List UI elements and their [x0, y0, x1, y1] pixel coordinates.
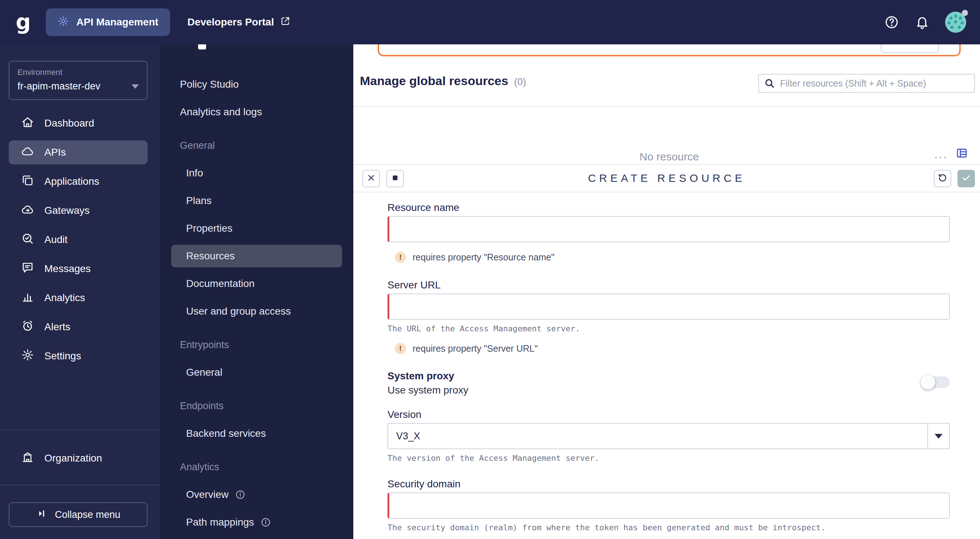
check-icon — [961, 173, 971, 184]
submenu-section-entrypoints: Entrypoints — [160, 331, 353, 359]
submenu-item-label: Analytics and logs — [180, 106, 262, 118]
sidebar-item-apis[interactable]: APIs — [0, 138, 160, 167]
error-text: requires property "Resource name" — [412, 252, 554, 263]
submenu-item-path-mappings[interactable]: Path mappings — [160, 509, 353, 536]
applications-icon — [21, 174, 34, 190]
security-domain-label: Security domain — [388, 478, 950, 490]
chevron-down-icon — [935, 434, 943, 439]
confirm-button[interactable] — [958, 170, 975, 187]
empty-state-text: No resource — [378, 151, 961, 163]
sidebar-item-label: Messages — [45, 263, 91, 274]
help-icon[interactable] — [884, 14, 899, 30]
submenu-item-label: Info — [186, 167, 203, 179]
submenu-item-label: Path mappings — [186, 517, 254, 528]
clipped-content-fragment — [198, 45, 206, 49]
create-resource-form: Resource name ! requires property "Resou… — [388, 192, 950, 532]
primary-nav: Dashboard APIs Applications Gateways Aud… — [0, 109, 160, 371]
sidebar-item-label: Analytics — [45, 292, 85, 304]
server-url-input[interactable] — [388, 293, 950, 320]
submenu-item-properties[interactable]: Properties — [160, 215, 353, 242]
version-select[interactable]: V3_X — [388, 423, 950, 449]
audit-search-icon — [21, 232, 34, 248]
submenu-item-label: Backend services — [186, 428, 266, 439]
security-domain-input[interactable] — [388, 493, 950, 518]
developers-portal-label: Developers Portal — [188, 16, 274, 28]
notifications-bell-icon[interactable] — [915, 14, 930, 30]
create-resource-header: CREATE RESOURCE — [353, 165, 980, 192]
cloud-icon — [21, 145, 34, 160]
sidebar-item-audit[interactable]: Audit — [0, 225, 160, 254]
sidebar-item-label: Gateways — [45, 205, 90, 217]
environment-selector[interactable]: Environment fr-apim-master-dev — [9, 61, 148, 100]
submenu-item-user-and-group-access[interactable]: User and group access — [160, 298, 353, 325]
clipped-button-fragment[interactable] — [881, 45, 939, 53]
gear-icon — [57, 15, 69, 29]
submenu-section-general: General — [160, 132, 353, 159]
sidebar-item-messages[interactable]: Messages — [0, 254, 160, 283]
sidebar-item-applications[interactable]: Applications — [0, 167, 160, 196]
submenu-section-endpoints: Endpoints — [160, 392, 353, 420]
resource-count: (0) — [514, 77, 526, 88]
sidebar-item-analytics[interactable]: Analytics — [0, 283, 160, 313]
reset-button[interactable] — [934, 170, 951, 187]
toggle-knob — [921, 375, 935, 389]
api-management-button[interactable]: API Management — [46, 8, 170, 36]
more-columns-icon[interactable]: ... — [934, 147, 948, 161]
collapse-icon — [36, 508, 47, 521]
filter-field — [758, 74, 975, 93]
api-management-label: API Management — [76, 16, 159, 28]
system-proxy-toggle[interactable] — [921, 376, 950, 388]
submenu-item-info[interactable]: Info — [160, 159, 353, 187]
collapse-menu-button[interactable]: Collapse menu — [9, 502, 148, 527]
sidebar-item-label: APIs — [45, 147, 66, 158]
sidebar-item-label: Organization — [45, 453, 102, 464]
submenu-item-documentation[interactable]: Documentation — [160, 270, 353, 298]
warning-panel-fragment — [378, 45, 961, 56]
select-arrow-button[interactable] — [927, 424, 949, 448]
server-url-error: ! requires property "Server URL" — [395, 343, 950, 354]
message-icon — [21, 261, 34, 277]
sidebar-divider — [0, 485, 160, 486]
warning-icon: ! — [395, 343, 406, 354]
table-view-icon[interactable] — [956, 147, 968, 159]
submenu-item-plans[interactable]: Plans — [160, 187, 353, 215]
system-proxy-row: System proxy Use system proxy — [388, 370, 950, 397]
search-icon — [764, 78, 775, 89]
main-content: Manage global resources (0) No resource … — [353, 45, 980, 539]
submenu-item-backend-services[interactable]: Backend services — [160, 420, 353, 447]
sidebar-item-gateways[interactable]: Gateways — [0, 196, 160, 225]
gravitee-logo: g — [12, 10, 34, 35]
sidebar-item-label: Dashboard — [45, 118, 94, 129]
building-icon — [21, 451, 34, 466]
sidebar-item-settings[interactable]: Settings — [0, 341, 160, 371]
create-resource-panel: CREATE RESOURCE Resource name ! requires… — [353, 164, 980, 539]
submenu-item-general[interactable]: General — [160, 359, 353, 386]
environment-label: Environment — [18, 68, 139, 77]
submenu-item-analytics-and-logs[interactable]: Analytics and logs — [160, 98, 353, 126]
error-text: requires property "Server URL" — [412, 343, 538, 354]
gateway-cloud-icon — [21, 203, 34, 218]
system-proxy-description: Use system proxy — [388, 384, 950, 397]
topbar: g API Management Developers Portal — [0, 0, 980, 45]
server-url-label: Server URL — [388, 279, 950, 291]
developers-portal-link[interactable]: Developers Portal — [188, 16, 291, 29]
submenu-section-label: General — [180, 140, 215, 151]
sidebar-divider — [0, 429, 160, 430]
user-avatar[interactable] — [945, 12, 966, 33]
sidebar-item-dashboard[interactable]: Dashboard — [0, 109, 160, 138]
sidebar-item-organization[interactable]: Organization — [0, 444, 160, 473]
submenu-item-resources[interactable]: Resources — [160, 242, 353, 270]
submenu-item-label: User and group access — [186, 306, 291, 317]
filter-resources-input[interactable] — [780, 78, 969, 89]
resource-name-input[interactable] — [388, 216, 950, 242]
version-help: The version of the Access Management ser… — [388, 453, 950, 462]
sidebar-item-alerts[interactable]: Alerts — [0, 313, 160, 341]
sidebar-item-label: Applications — [45, 175, 99, 187]
server-url-help: The URL of the Access Management server. — [388, 324, 950, 333]
security-domain-help: The security domain (realm) from where t… — [388, 523, 950, 532]
bar-chart-icon — [21, 290, 34, 306]
submenu-item-overview[interactable]: Overview — [160, 481, 353, 509]
submenu-item-label: Resources — [186, 250, 235, 262]
submenu-item-policy-studio[interactable]: Policy Studio — [160, 70, 353, 98]
submenu-item-label: General — [186, 367, 223, 378]
